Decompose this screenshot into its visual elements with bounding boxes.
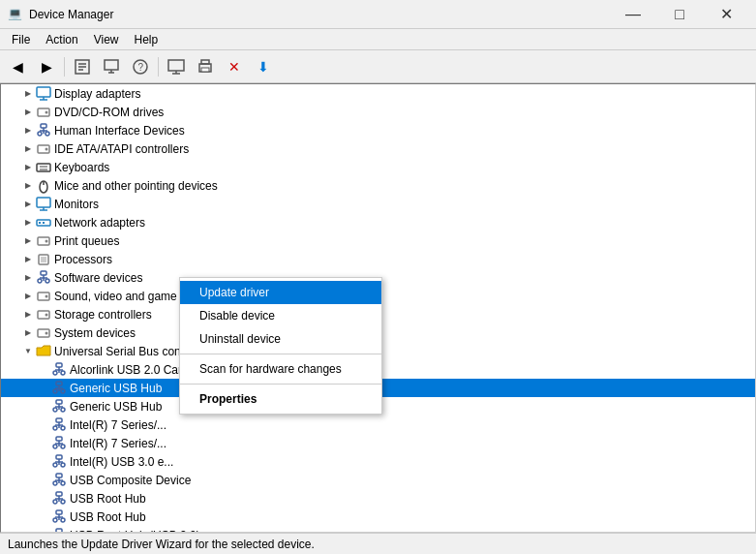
toolbar-help[interactable]: ? [127,54,154,79]
tree-arrow-usb-controllers [20,342,36,360]
usb-icon [51,381,67,396]
svg-rect-9 [168,60,184,71]
context-menu-item-uninstall-device[interactable]: Uninstall device [180,327,381,351]
tree-arrow-mice [20,176,36,195]
tree-item-usb-composite[interactable]: USB Composite Device [1,471,755,489]
context-menu-item-disable-device[interactable]: Disable device [180,304,381,327]
svg-point-56 [53,371,57,375]
tree-arrow-print-queues [20,231,36,250]
svg-point-96 [53,518,57,522]
toolbar-scan[interactable] [98,54,125,79]
tree-arrow-processors [20,250,36,268]
usb-icon [51,454,67,470]
maximize-button[interactable]: □ [657,0,702,29]
svg-rect-83 [56,474,62,477]
svg-point-72 [61,426,65,430]
tree-item-intel-usb3[interactable]: Intel(R) USB 3.0 e... [1,452,755,471]
svg-rect-37 [43,222,45,224]
display-icon [167,58,185,76]
tree-label-ide-ata: IDE ATA/ATAPI controllers [54,142,189,156]
svg-rect-36 [39,222,41,224]
svg-point-23 [38,132,42,136]
tree-label-print-queues: Print queues [54,234,119,248]
menu-action[interactable]: Action [38,31,85,48]
tree-item-processors[interactable]: Processors [1,250,755,268]
drive-icon [36,307,51,323]
usb-icon [36,123,51,138]
toolbar-remove[interactable]: ✕ [221,54,248,79]
toolbar-update[interactable]: ⬇ [250,54,277,79]
toolbar-forward[interactable]: ▶ [33,54,60,79]
svg-point-57 [61,371,65,375]
tree-arrow-sound-video [20,287,36,305]
monitor-icon [36,86,51,102]
menu-view[interactable]: View [86,31,127,48]
tree-item-keyboards[interactable]: Keyboards [1,158,755,176]
svg-point-19 [45,110,48,113]
menu-file[interactable]: File [4,31,38,48]
tree-arrow-system-devices [20,323,36,342]
svg-point-45 [38,279,42,283]
svg-point-81 [53,463,57,467]
svg-point-76 [53,445,57,448]
svg-point-87 [61,481,65,485]
tree-item-network-adapters[interactable]: Network adapters [1,213,755,231]
svg-point-67 [61,408,65,412]
context-menu-item-update-driver[interactable]: Update driver [180,281,381,304]
menu-help[interactable]: Help [127,31,166,48]
tree-item-intel-7series-2[interactable]: Intel(R) 7 Series/... [1,434,755,452]
drive-icon [36,233,51,249]
tree-item-usb-root-hub-3[interactable]: USB Root Hub (USB 3.0) [1,526,755,533]
tree-item-usb-root-hub-1[interactable]: USB Root Hub [1,489,755,508]
svg-rect-15 [37,87,50,97]
tree-label-intel-7series-2: Intel(R) 7 Series/... [70,437,166,450]
drive-icon [36,325,51,341]
folder-icon [36,344,51,359]
tree-item-usb-root-hub-2[interactable]: USB Root Hub [1,508,755,526]
tree-arrow-software-devices [20,268,36,287]
toolbar-properties[interactable] [69,54,96,79]
context-menu-item-scan-changes[interactable]: Scan for hardware changes [180,357,381,381]
tree-arrow-display-adapters [20,84,36,103]
minimize-button[interactable]: — [611,0,655,29]
toolbar: ◀ ▶ ? [0,50,756,83]
svg-rect-63 [56,400,62,404]
tree-item-print-queues[interactable]: Print queues [1,231,755,250]
svg-point-86 [53,481,57,485]
svg-rect-20 [41,124,46,128]
context-menu-item-properties[interactable]: Properties [180,387,381,411]
tree-item-intel-7series-1[interactable]: Intel(R) 7 Series/... [1,416,755,434]
tree-item-ide-ata[interactable]: IDE ATA/ATAPI controllers [1,139,755,158]
usb-icon [36,270,51,286]
drive-icon [36,141,51,157]
keyboard-icon [36,160,51,175]
usb-icon [51,399,67,415]
tree-item-display-adapters[interactable]: Display adapters [1,84,755,103]
svg-rect-41 [41,257,46,262]
window-controls: — □ ✕ [611,0,748,29]
tree-label-intel-usb3: Intel(R) USB 3.0 e... [70,455,173,469]
toolbar-separator-2 [158,57,159,77]
context-menu-separator [180,354,381,354]
toolbar-print[interactable] [192,54,219,79]
usb-icon [51,509,67,525]
tree-label-storage-controllers: Storage controllers [54,308,152,322]
tree-label-keyboards: Keyboards [54,161,109,174]
mouse-icon [36,178,51,194]
tree-item-human-interface[interactable]: Human Interface Devices [1,121,755,139]
close-button[interactable]: ✕ [704,0,748,29]
tree-label-usb-composite: USB Composite Device [70,474,191,487]
usb-icon [51,473,67,488]
toolbar-back[interactable]: ◀ [4,54,31,79]
tree-item-mice[interactable]: Mice and other pointing devices [1,176,755,195]
svg-rect-93 [56,510,62,514]
toolbar-display[interactable] [163,54,190,79]
menu-bar: File Action View Help [0,29,756,50]
tree-label-software-devices: Software devices [54,271,142,285]
tree-arrow-ide-ata [20,139,36,158]
tree-item-monitors[interactable]: Monitors [1,195,755,213]
svg-point-66 [53,408,57,412]
help-icon: ? [132,58,149,76]
svg-rect-68 [56,418,62,422]
tree-item-dvd-rom-drives[interactable]: DVD/CD-ROM drives [1,103,755,121]
